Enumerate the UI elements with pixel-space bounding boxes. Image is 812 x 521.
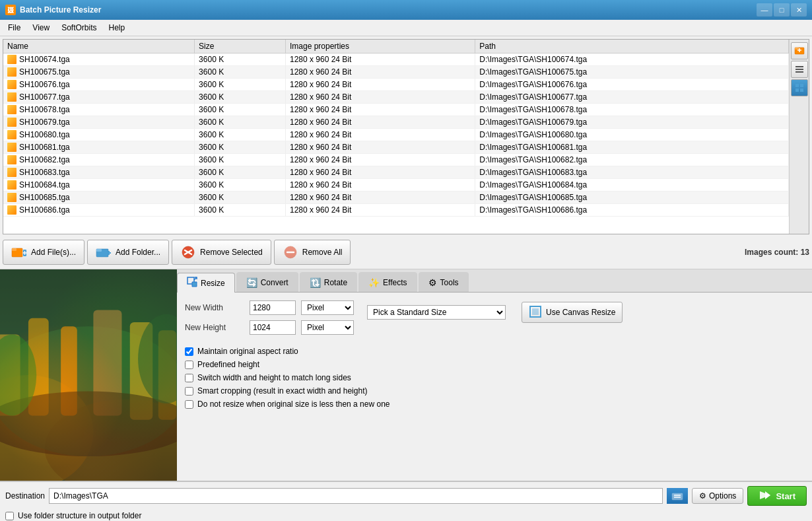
file-size-cell: 3600 K [195,179,286,191]
table-row[interactable]: SH100682.tga 3600 K 1280 x 960 24 Bit D:… [3,154,789,166]
preview-area [0,269,177,481]
svg-rect-6 [795,71,803,73]
tab-effects[interactable]: ✨ Effects [358,272,417,292]
file-path-cell: D:\Images\TGA\SH100684.tga [475,179,789,191]
menu-file[interactable]: File [3,21,26,34]
file-size-cell: 3600 K [195,104,286,116]
file-props-cell: 1280 x 960 24 Bit [285,129,475,141]
file-props-cell: 1280 x 960 24 Bit [285,79,475,91]
file-path-cell: D:\Images\TGA\SH100674.tga [475,53,789,66]
svg-rect-42 [672,493,683,500]
tools-tab-label: Tools [440,278,459,287]
menubar: File View SoftOrbits Help [0,20,812,36]
file-props-cell: 1280 x 960 24 Bit [285,191,475,204]
file-size-cell: 3600 K [195,204,286,217]
height-unit-select[interactable]: Pixel Percent Inch Cm [301,320,354,335]
file-icon [7,205,17,215]
file-list[interactable]: Name Size Image properties Path SH100674… [3,40,789,234]
table-row[interactable]: SH100678.tga 3600 K 1280 x 960 24 Bit D:… [3,104,789,116]
switch-wh-row: Switch width and height to match long si… [185,373,804,382]
table-row[interactable]: SH100681.tga 3600 K 1280 x 960 24 Bit D:… [3,141,789,154]
table-row[interactable]: SH100675.tga 3600 K 1280 x 960 24 Bit D:… [3,66,789,79]
table-row[interactable]: SH100685.tga 3600 K 1280 x 960 24 Bit D:… [3,191,789,204]
file-props-cell: 1280 x 960 24 Bit [285,116,475,129]
destination-bar: Destination ⚙ Options Start [0,481,812,510]
convert-tab-icon: 🔄 [246,277,257,288]
file-icon [7,80,17,89]
preview-image [0,269,177,481]
close-button[interactable]: ✕ [791,3,807,17]
table-row[interactable]: SH100677.tga 3600 K 1280 x 960 24 Bit D:… [3,91,789,104]
remove-selected-button[interactable]: Remove Selected [172,240,271,265]
grid-view-button[interactable] [791,79,808,96]
file-name-cell: SH100680.tga [3,129,195,141]
start-button[interactable]: Start [747,486,807,506]
images-count: Images count: 13 [745,248,809,257]
maintain-aspect-checkbox[interactable] [185,347,193,356]
svg-rect-4 [795,66,803,67]
destination-input[interactable] [49,488,663,504]
tab-resize[interactable]: Resize [177,273,235,293]
no-resize-row: Do not resize when original size is less… [185,399,804,409]
destination-label: Destination [5,491,45,501]
width-unit-select[interactable]: Pixel Percent Inch Cm [301,300,354,315]
list-view-button[interactable] [791,61,808,78]
tab-tools[interactable]: ⚙ Tools [419,272,469,292]
table-row[interactable]: SH100674.tga 3600 K 1280 x 960 24 Bit D:… [3,53,789,66]
file-name-cell: SH100679.tga [3,116,195,129]
folder-structure-checkbox[interactable] [5,512,14,520]
tab-rotate[interactable]: 🔃 Rotate [300,272,357,292]
destination-browse-button[interactable] [667,488,688,504]
table-row[interactable]: SH100679.tga 3600 K 1280 x 960 24 Bit D:… [3,116,789,129]
add-folder-icon [96,244,112,260]
table-row[interactable]: SH100676.tga 3600 K 1280 x 960 24 Bit D:… [3,79,789,91]
file-props-cell: 1280 x 960 24 Bit [285,141,475,154]
resize-tab-label: Resize [201,279,225,288]
menu-view[interactable]: View [27,21,55,34]
standard-size-select[interactable]: Pick a Standard Size [367,305,506,320]
file-icon [7,118,17,127]
file-name-cell: SH100686.tga [3,204,195,217]
remove-all-button[interactable]: Remove All [274,240,351,265]
menu-help[interactable]: Help [104,21,131,34]
smart-crop-checkbox[interactable] [185,387,193,396]
width-input[interactable] [250,300,296,315]
file-icon [7,92,17,102]
file-path-cell: D:\Images\TGA\SH100677.tga [475,91,789,104]
table-row[interactable]: SH100680.tga 3600 K 1280 x 960 24 Bit D:… [3,129,789,141]
height-input[interactable] [250,320,296,335]
right-sidebar [789,40,809,234]
predefined-height-checkbox[interactable] [185,361,193,369]
tabs-bar: Resize 🔄 Convert 🔃 Rotate ✨ Effects ⚙ To… [177,269,812,293]
minimize-button[interactable]: — [757,3,772,17]
tools-tab-icon: ⚙ [428,277,437,288]
file-name-cell: SH100678.tga [3,104,195,116]
table-row[interactable]: SH100686.tga 3600 K 1280 x 960 24 Bit D:… [3,204,789,217]
maximize-button[interactable]: □ [774,3,790,17]
toolbar: Add File(s)... Add Folder... Remove Sele… [0,236,812,269]
svg-rect-9 [795,88,799,92]
table-row[interactable]: SH100684.tga 3600 K 1280 x 960 24 Bit D:… [3,179,789,191]
switch-wh-checkbox[interactable] [185,374,193,382]
file-name-cell: SH100676.tga [3,79,195,91]
file-props-cell: 1280 x 960 24 Bit [285,179,475,191]
start-label: Start [776,491,795,501]
add-files-button[interactable]: Add File(s)... [3,240,85,265]
table-row[interactable]: SH100683.tga 3600 K 1280 x 960 24 Bit D:… [3,166,789,179]
add-files-sidebar-button[interactable] [791,42,808,59]
options-button[interactable]: ⚙ Options [692,488,743,504]
canvas-resize-button[interactable]: Use Canvas Resize [522,302,623,323]
remove-all-icon [283,244,298,260]
tab-convert[interactable]: 🔄 Convert [236,272,298,292]
file-icon [7,143,17,152]
menu-softorbits[interactable]: SoftOrbits [56,21,102,34]
file-size-cell: 3600 K [195,53,286,66]
no-resize-checkbox[interactable] [185,400,193,409]
file-props-cell: 1280 x 960 24 Bit [285,204,475,217]
titlebar: 🖼 Batch Picture Resizer — □ ✕ [0,0,812,20]
file-path-cell: D:\Images\TGA\SH100680.tga [475,129,789,141]
main-container: Name Size Image properties Path SH100674… [0,36,812,521]
add-folder-button[interactable]: Add Folder... [87,240,169,265]
file-props-cell: 1280 x 960 24 Bit [285,53,475,66]
file-size-cell: 3600 K [195,154,286,166]
